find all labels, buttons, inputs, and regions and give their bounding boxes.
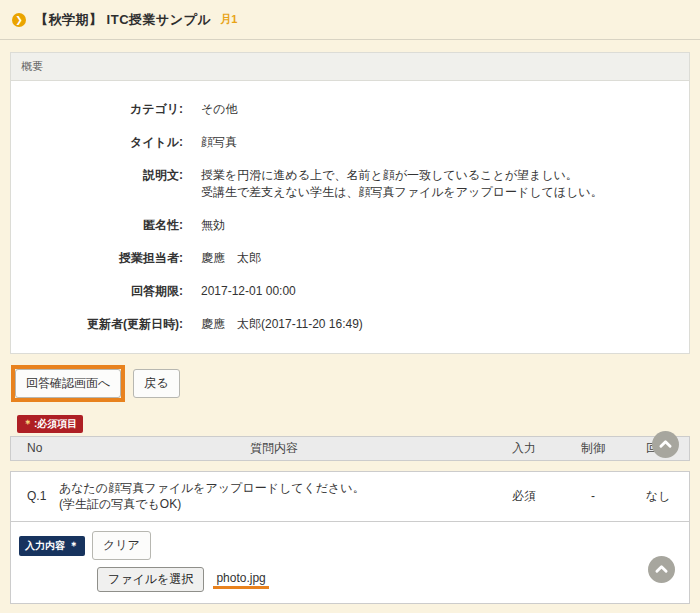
page-header: ❯ 【秋学期】 ITC授業サンプル 月1 xyxy=(0,0,700,40)
chevron-up-icon xyxy=(653,561,670,578)
field-value: 慶應 太郎(2017-11-20 16:49) xyxy=(201,316,363,333)
field-label: カテゴリ: xyxy=(11,101,183,118)
selected-filename: photo.jpg xyxy=(213,571,268,589)
field-label: 回答期限: xyxy=(11,283,183,300)
column-header-question: 質問内容 xyxy=(59,440,489,457)
field-value: 慶應 太郎 xyxy=(201,250,261,267)
input-content-badge: 入力内容＊ xyxy=(19,536,85,556)
question-table-header: No 質問内容 入力 制御 回答 xyxy=(10,436,690,461)
required-star: ＊ xyxy=(23,418,33,429)
annotation-highlight: 回答確認画面へ xyxy=(15,369,121,398)
description-line-1: 授業を円滑に進める上で、名前と顔が一致していることが望ましい。 xyxy=(201,167,603,184)
scroll-to-top-button[interactable] xyxy=(648,556,675,583)
field-updated-by: 更新者(更新日時): 慶應 太郎(2017-11-20 16:49) xyxy=(11,308,689,341)
question-row: Q.1 あなたの顔写真ファイルをアップロードしてください。 (学生証の写真でもO… xyxy=(11,472,689,522)
arrow-right-circle-icon: ❯ xyxy=(12,13,26,27)
question-text-line-2: (学生証の写真でもOK) xyxy=(59,496,489,513)
field-value: 顔写真 xyxy=(201,134,237,151)
file-upload-row: ファイルを選択 photo.jpg xyxy=(97,567,681,592)
field-value: 授業を円滑に進める上で、名前と顔が一致していることが望ましい。 受講生で差支えな… xyxy=(201,167,603,201)
field-value: 無効 xyxy=(201,217,225,234)
column-header-input: 入力 xyxy=(489,440,559,457)
confirm-answer-button[interactable]: 回答確認画面へ xyxy=(15,369,121,398)
field-anonymity: 匿名性: 無効 xyxy=(11,209,689,242)
question-control: - xyxy=(559,489,627,503)
field-label: 説明文: xyxy=(11,167,183,201)
question-input-type: 必須 xyxy=(489,488,559,505)
field-label: 授業担当者: xyxy=(11,250,183,267)
main-content: 概要 カテゴリ: その他 タイトル: 顔写真 説明文: 授業を円滑に進める上で、… xyxy=(0,40,700,613)
field-value: 2017-12-01 00:00 xyxy=(201,283,296,300)
field-deadline: 回答期限: 2017-12-01 00:00 xyxy=(11,275,689,308)
question-text: あなたの顔写真ファイルをアップロードしてください。 (学生証の写真でもOK) xyxy=(59,480,489,514)
chevron-up-icon xyxy=(657,436,674,453)
field-label: 匿名性: xyxy=(11,217,183,234)
field-title: タイトル: 顔写真 xyxy=(11,126,689,159)
page-title: 【秋学期】 ITC授業サンプル xyxy=(35,11,211,29)
question-answer-status: なし xyxy=(627,488,689,505)
top-button-row: 回答確認画面へ 戻る xyxy=(15,367,690,400)
required-legend-text: :必須項目 xyxy=(34,418,77,429)
column-header-no: No xyxy=(11,441,59,455)
survey-detail-page: ❯ 【秋学期】 ITC授業サンプル 月1 概要 カテゴリ: その他 タイトル: … xyxy=(0,0,700,613)
question-text-line-1: あなたの顔写真ファイルをアップロードしてください。 xyxy=(59,480,489,497)
file-select-button[interactable]: ファイルを選択 xyxy=(97,567,204,592)
scroll-to-top-button[interactable] xyxy=(652,431,679,458)
overview-panel-title: 概要 xyxy=(11,53,689,81)
description-line-2: 受講生で差支えない学生は、顔写真ファイルをアップロードしてほしい。 xyxy=(201,184,603,201)
required-legend-badge: ＊:必須項目 xyxy=(17,415,83,433)
question-number: Q.1 xyxy=(11,489,59,503)
question-panel: Q.1 あなたの顔写真ファイルをアップロードしてください。 (学生証の写真でもO… xyxy=(10,471,690,605)
overview-fields: カテゴリ: その他 タイトル: 顔写真 説明文: 授業を円滑に進める上で、名前と… xyxy=(11,81,689,353)
input-required-star: ＊ xyxy=(69,540,79,551)
field-description: 説明文: 授業を円滑に進める上で、名前と顔が一致していることが望ましい。 受講生… xyxy=(11,159,689,209)
clear-button[interactable]: クリア xyxy=(92,531,151,560)
overview-panel: 概要 カテゴリ: その他 タイトル: 顔写真 説明文: 授業を円滑に進める上で、… xyxy=(10,52,690,354)
answer-input-area: 入力内容＊ クリア ファイルを選択 photo.jpg xyxy=(11,522,689,603)
input-content-row: 入力内容＊ クリア xyxy=(19,531,681,560)
field-label: タイトル: xyxy=(11,134,183,151)
column-header-control: 制御 xyxy=(559,440,627,457)
input-content-label: 入力内容 xyxy=(25,540,65,551)
field-label: 更新者(更新日時): xyxy=(11,316,183,333)
field-category: カテゴリ: その他 xyxy=(11,93,689,126)
field-instructor: 授業担当者: 慶應 太郎 xyxy=(11,242,689,275)
required-legend-row: ＊:必須項目 xyxy=(17,415,690,430)
back-button[interactable]: 戻る xyxy=(133,369,179,398)
field-value: その他 xyxy=(201,101,238,118)
course-period-label: 月1 xyxy=(220,12,237,27)
